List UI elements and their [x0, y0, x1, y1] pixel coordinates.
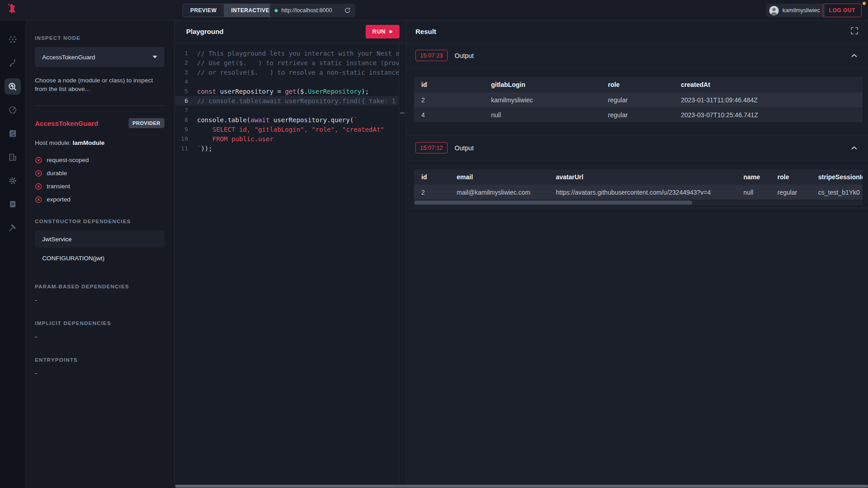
editor-scrollbar-thumb[interactable]: [400, 112, 405, 114]
run-label: RUN: [372, 29, 386, 35]
modules-icon[interactable]: [5, 149, 21, 165]
host-module-row: Host module: IamModule: [35, 139, 164, 146]
code-line: 7: [175, 105, 399, 115]
flag-label: exported: [47, 196, 71, 203]
user-chip[interactable]: kamilmysliwiec: [767, 4, 825, 17]
settings-icon[interactable]: [5, 172, 21, 189]
tab-preview[interactable]: PREVIEW: [183, 4, 224, 17]
table-row: 4 null regular 2023-03-07T10:25:46.741Z: [414, 107, 863, 122]
flag-exported: exported: [35, 193, 164, 206]
chevron-up-icon[interactable]: [849, 143, 859, 153]
table-row: 2 kamilmysliwiec regular 2023-01-31T11:0…: [414, 92, 863, 107]
code-line: 9 SELECT id, "gitlabLogin", "role", "cre…: [175, 124, 399, 134]
table-cell: 2: [414, 185, 449, 200]
column-header: stripeSessionId: [811, 169, 863, 185]
nest-devtools-app: PREVIEW INTERACTIVE http://localhost:800…: [0, 0, 868, 488]
username-label: kamilmysliwiec: [782, 7, 820, 14]
output-block: 15:07:23 Output id gitlabLogin role crea…: [406, 43, 868, 135]
gavel-icon[interactable]: [5, 220, 21, 236]
code-line: 1 // This playground lets you interact w…: [175, 48, 399, 58]
refresh-icon[interactable]: [344, 7, 351, 14]
table-cell: kamilmysliwiec: [484, 92, 601, 107]
line-number: 10: [175, 135, 197, 142]
url-text: http://localhost:8000: [281, 7, 341, 14]
host-module-value: IamModule: [72, 139, 105, 146]
top-bar: PREVIEW INTERACTIVE http://localhost:800…: [0, 0, 868, 20]
table-cell: https://avatars.githubusercontent.com/u/…: [549, 185, 736, 200]
inspect-icon[interactable]: [5, 78, 21, 95]
status-dot-icon: [275, 9, 278, 12]
code-line: 11 `));: [175, 144, 399, 153]
cross-circle-icon: [35, 183, 42, 190]
dep-configuration-jwt[interactable]: CONFIGURATION(jwt): [35, 249, 164, 267]
code-line: 4: [175, 77, 399, 86]
output-block-header: 15:07:23 Output: [406, 43, 868, 68]
line-number: 7: [175, 107, 197, 114]
inspect-hint-text: Choose a node (module or class) to inspe…: [35, 76, 164, 93]
timestamp-badge: 15:07:23: [415, 50, 448, 61]
line-number: 2: [175, 59, 197, 66]
flag-label: request-scoped: [47, 157, 89, 163]
entrypoints-title: ENTRYPOINTS: [35, 357, 164, 363]
cross-circle-icon: [35, 170, 42, 177]
column-header: avatarUrl: [549, 169, 736, 185]
code-line: 5 const userRepository = get($.UserRepos…: [175, 86, 399, 96]
cross-circle-icon: [35, 196, 42, 203]
host-module-label: Host module:: [35, 139, 71, 146]
code-editor[interactable]: 1 // This playground lets you interact w…: [175, 43, 399, 488]
table-cell: null: [736, 185, 770, 200]
logs-icon[interactable]: [5, 196, 21, 212]
logout-button[interactable]: LOG OUT: [823, 4, 862, 17]
output-label: Output: [455, 52, 474, 59]
output-block-body: id email avatarUrl name role stripeSessi…: [406, 161, 868, 208]
performance-icon[interactable]: [5, 102, 21, 118]
chevron-up-icon[interactable]: [849, 50, 859, 61]
result-title: Result: [415, 28, 436, 35]
param-deps-value: -: [35, 297, 164, 303]
flag-transient: transient: [35, 180, 164, 193]
implicit-deps-value: -: [35, 333, 164, 340]
graph-icon[interactable]: [5, 31, 21, 48]
line-number: 3: [175, 69, 197, 76]
table-cell: null: [484, 107, 601, 122]
inspect-node-title: INSPECT NODE: [35, 35, 164, 41]
output-table: id gitlabLogin role createdAt 2 kamilmys…: [414, 77, 863, 122]
caret-down-icon: [153, 56, 157, 58]
column-header: id: [414, 169, 449, 185]
playground-header: Playground RUN: [175, 20, 406, 43]
line-number: 8: [175, 116, 197, 123]
table-horizontal-scrollbar[interactable]: [414, 200, 863, 205]
table-cell: regular: [601, 107, 674, 122]
tab-interactive[interactable]: INTERACTIVE: [224, 4, 276, 17]
table-cell: mail@kamilmysliwiec.com: [449, 185, 549, 200]
scrollbar-thumb[interactable]: [414, 201, 692, 205]
code-line-active: 6 // console.table(await userRepository.…: [175, 96, 399, 105]
user-avatar: [769, 6, 779, 15]
line-number: 5: [175, 88, 197, 95]
node-header-row: AccessTokenGuard PROVIDER: [35, 118, 164, 128]
node-select-dropdown[interactable]: AccessTokenGuard: [35, 47, 164, 67]
flag-request-scoped: request-scoped: [35, 153, 164, 167]
table-cell: 2023-01-31T11:09:46.484Z: [674, 92, 863, 107]
scrollbar-thumb[interactable]: [175, 485, 868, 488]
node-name: AccessTokenGuard: [35, 120, 98, 127]
implicit-deps-title: IMPLICIT DEPENDENCIES: [35, 321, 164, 326]
checklist-icon[interactable]: [5, 125, 21, 142]
column-header: name: [736, 169, 770, 185]
run-button[interactable]: RUN: [366, 25, 400, 38]
dep-jwtservice[interactable]: JwtService: [35, 230, 164, 248]
expand-icon[interactable]: [849, 25, 860, 38]
page-horizontal-scrollbar[interactable]: [175, 484, 868, 488]
table-cell: cs_test_b1Yk0: [811, 185, 863, 200]
node-select-value: AccessTokenGuard: [42, 54, 153, 61]
table-cell: 2023-03-07T10:25:46.741Z: [674, 107, 863, 122]
result-panel: Result 15:07:23 Output: [406, 20, 868, 488]
table-cell: regular: [770, 185, 811, 200]
flag-label: transient: [47, 183, 70, 190]
routes-icon[interactable]: [5, 55, 21, 71]
column-header: gitlabLogin: [484, 77, 601, 92]
output-block: 15:07:12 Output id email avatarUrl name …: [406, 135, 868, 208]
table-header-row: id email avatarUrl name role stripeSessi…: [414, 169, 863, 185]
url-input[interactable]: http://localhost:8000: [270, 4, 355, 17]
code-line: 10 FROM public.user: [175, 134, 399, 144]
